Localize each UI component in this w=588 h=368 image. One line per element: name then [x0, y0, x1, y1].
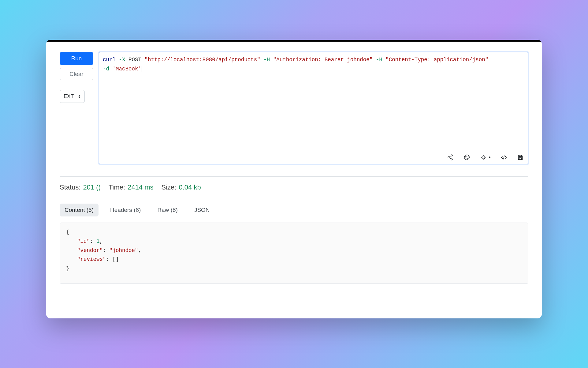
tab-raw[interactable]: Raw (8): [152, 204, 183, 216]
json-val-vendor: "johndoe": [109, 247, 138, 253]
json-row-vendor: "vendor": "johndoe",: [66, 246, 522, 255]
size-label: Size:: [162, 183, 177, 191]
magic-wand-icon: [480, 154, 487, 161]
palette-icon[interactable]: [463, 154, 470, 161]
svg-line-16: [484, 156, 485, 156]
magic-wand-dropdown[interactable]: ▲: [480, 154, 491, 161]
token-header2: "Content-Type: application/json": [385, 57, 488, 63]
svg-point-7: [468, 157, 469, 157]
svg-line-3: [449, 156, 451, 157]
json-row-id: "id": 1,: [66, 237, 522, 246]
controls-column: Run Clear EXT ▲▼: [60, 52, 93, 103]
size-value: 0.04 kb: [179, 183, 201, 191]
svg-point-6: [467, 156, 467, 156]
code-icon[interactable]: [501, 154, 507, 161]
ext-select[interactable]: EXT ▲▼: [60, 90, 85, 103]
status-row: Status: 201 () Time: 2414 ms Size: 0.04 …: [60, 183, 528, 191]
token-flag-h1: -H: [263, 57, 270, 63]
token-flag-h2: -H: [376, 57, 382, 63]
main-content: Run Clear EXT ▲▼ curl -X POST "http://lo…: [46, 42, 542, 294]
status-item-time: Time: 2414 ms: [109, 183, 154, 191]
curl-editor[interactable]: curl -X POST "http://localhost:8080/api/…: [99, 52, 528, 164]
svg-rect-18: [519, 155, 521, 157]
token-flag-d: -d: [103, 66, 109, 72]
ext-select-label: EXT: [64, 93, 74, 100]
editor-line-2: -d 'MacBook': [103, 65, 524, 74]
status-item-size: Size: 0.04 kb: [162, 183, 201, 191]
clear-button[interactable]: Clear: [60, 68, 93, 80]
json-key-vendor: "vendor": [77, 247, 103, 253]
json-row-reviews: "reviews": []: [66, 255, 522, 264]
text-cursor: [142, 66, 142, 72]
tab-content[interactable]: Content (5): [60, 204, 99, 216]
response-panel: { "id": 1, "vendor": "johndoe", "reviews…: [60, 223, 528, 284]
status-label: Status:: [60, 183, 80, 191]
svg-point-0: [451, 155, 453, 156]
share-icon[interactable]: [447, 154, 454, 161]
svg-point-8: [466, 158, 467, 158]
select-caret-icon: ▲▼: [78, 95, 81, 98]
editor-toolbar: ▲: [447, 154, 524, 161]
svg-point-2: [451, 159, 453, 160]
token-curl: curl: [103, 57, 116, 63]
app-window: Run Clear EXT ▲▼ curl -X POST "http://lo…: [46, 40, 542, 318]
token-body: 'MacBook': [113, 66, 142, 72]
token-header1: "Authorization: Bearer johndoe": [273, 57, 373, 63]
svg-rect-19: [519, 158, 521, 160]
json-key-id: "id": [77, 238, 90, 244]
svg-line-14: [484, 158, 485, 159]
svg-point-5: [465, 157, 466, 157]
token-flag-x: -X: [119, 57, 125, 63]
tab-headers[interactable]: Headers (6): [105, 204, 146, 216]
token-url: "http://localhost:8080/api/products": [145, 57, 260, 63]
svg-point-1: [448, 157, 450, 158]
response-tabs: Content (5) Headers (6) Raw (8) JSON: [60, 204, 528, 216]
time-value: 2414 ms: [128, 183, 153, 191]
save-icon[interactable]: [517, 154, 524, 161]
section-divider: [60, 176, 528, 177]
svg-line-17: [504, 156, 504, 160]
run-button[interactable]: Run: [60, 52, 93, 65]
json-open-brace: {: [66, 228, 522, 237]
json-val-reviews: []: [113, 256, 119, 262]
caret-up-icon: ▲: [489, 155, 491, 160]
editor-line-1: curl -X POST "http://localhost:8080/api/…: [103, 55, 524, 65]
tab-json[interactable]: JSON: [189, 204, 215, 216]
svg-line-4: [449, 158, 451, 159]
status-value: 201 (): [83, 183, 100, 191]
json-close-brace: }: [66, 264, 522, 273]
status-item-status: Status: 201 (): [60, 183, 101, 191]
request-row: Run Clear EXT ▲▼ curl -X POST "http://lo…: [60, 52, 528, 164]
svg-line-13: [482, 156, 482, 156]
json-val-id: 1: [96, 238, 100, 244]
token-method: POST: [128, 57, 141, 63]
time-label: Time:: [109, 183, 125, 191]
svg-line-15: [482, 158, 482, 159]
json-key-reviews: "reviews": [77, 256, 106, 262]
